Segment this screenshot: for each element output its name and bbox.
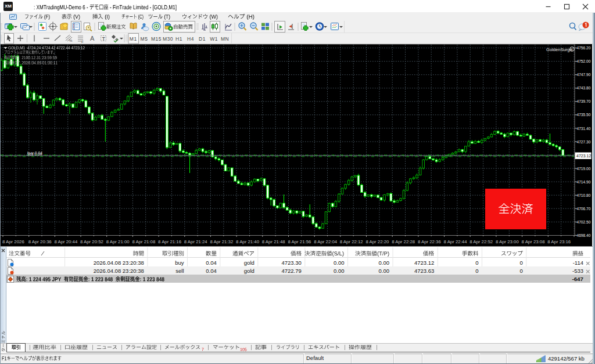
svg-text:8 Apr 22:12: 8 Apr 22:12 <box>340 239 363 244</box>
svg-text:4735.50: 4735.50 <box>577 113 591 117</box>
svg-text:MN: MN <box>221 36 229 42</box>
svg-text:4706.70: 4706.70 <box>577 207 591 211</box>
svg-text:8 Apr 20:52: 8 Apr 20:52 <box>80 239 103 244</box>
svg-text:8 Apr 21:08: 8 Apr 21:08 <box>132 239 155 244</box>
svg-text:4739.70: 4739.70 <box>577 99 591 103</box>
svg-text:8 Apr 23:08: 8 Apr 23:08 <box>522 239 545 244</box>
svg-text:D1: D1 <box>199 36 206 42</box>
svg-text:8 Apr 21:40: 8 Apr 21:40 <box>236 239 260 244</box>
svg-text:4731.40: 4731.40 <box>577 127 591 131</box>
svg-text:8 Apr 22:52: 8 Apr 22:52 <box>469 239 493 244</box>
svg-text:M1: M1 <box>130 36 137 42</box>
svg-text:4714.90: 4714.90 <box>577 180 591 184</box>
svg-text:%: % <box>69 39 73 42</box>
svg-text:H1: H1 <box>175 36 182 42</box>
svg-text:8 Apr 21:16: 8 Apr 21:16 <box>158 239 181 244</box>
svg-text:H4: H4 <box>187 36 194 42</box>
svg-text:M15: M15 <box>151 36 162 42</box>
svg-text:8 Apr 21:48: 8 Apr 21:48 <box>262 239 285 244</box>
svg-text:8 Apr 23:16: 8 Apr 23:16 <box>547 239 571 244</box>
svg-text:4747.90: 4747.90 <box>577 73 591 77</box>
svg-text:T: T <box>102 36 106 42</box>
svg-text:W1: W1 <box>210 36 218 42</box>
svg-text:M30: M30 <box>163 36 173 42</box>
svg-text:8 Apr 21:00: 8 Apr 21:00 <box>106 239 130 244</box>
svg-text:4756.20: 4756.20 <box>577 46 591 50</box>
svg-text:4723.12: 4723.12 <box>576 154 591 158</box>
svg-text:8 Apr 2026: 8 Apr 2026 <box>2 239 24 244</box>
svg-text:8 Apr 21:32: 8 Apr 21:32 <box>210 239 233 244</box>
svg-text:8 Apr 21:24: 8 Apr 21:24 <box>184 239 208 244</box>
svg-text:8 Apr 22:36: 8 Apr 22:36 <box>418 239 441 244</box>
svg-text:4719.00: 4719.00 <box>577 167 591 171</box>
svg-text:M5: M5 <box>141 36 148 42</box>
svg-text:8 Apr 22:04: 8 Apr 22:04 <box>314 239 338 244</box>
svg-text:8 Apr 20:44: 8 Apr 20:44 <box>54 239 78 244</box>
svg-text:4727.30: 4727.30 <box>577 140 591 144</box>
svg-text:4743.80: 4743.80 <box>577 86 591 90</box>
svg-text:4710.80: 4710.80 <box>577 193 591 197</box>
svg-text:8 Apr 20:36: 8 Apr 20:36 <box>28 239 52 244</box>
svg-text:8 Apr 22:44: 8 Apr 22:44 <box>444 239 468 244</box>
svg-text:4702.50: 4702.50 <box>577 220 591 224</box>
svg-text:8 Apr 22:20: 8 Apr 22:20 <box>366 239 390 244</box>
svg-text:4752.00: 4752.00 <box>577 59 591 63</box>
svg-text:A: A <box>90 35 95 42</box>
svg-text:8 Apr 21:56: 8 Apr 21:56 <box>288 239 311 244</box>
svg-text:4698.40: 4698.40 <box>577 233 591 237</box>
svg-text:8 Apr 23:00: 8 Apr 23:00 <box>496 239 519 244</box>
svg-text:F: F <box>81 40 84 44</box>
svg-text:8 Apr 22:28: 8 Apr 22:28 <box>392 239 415 244</box>
